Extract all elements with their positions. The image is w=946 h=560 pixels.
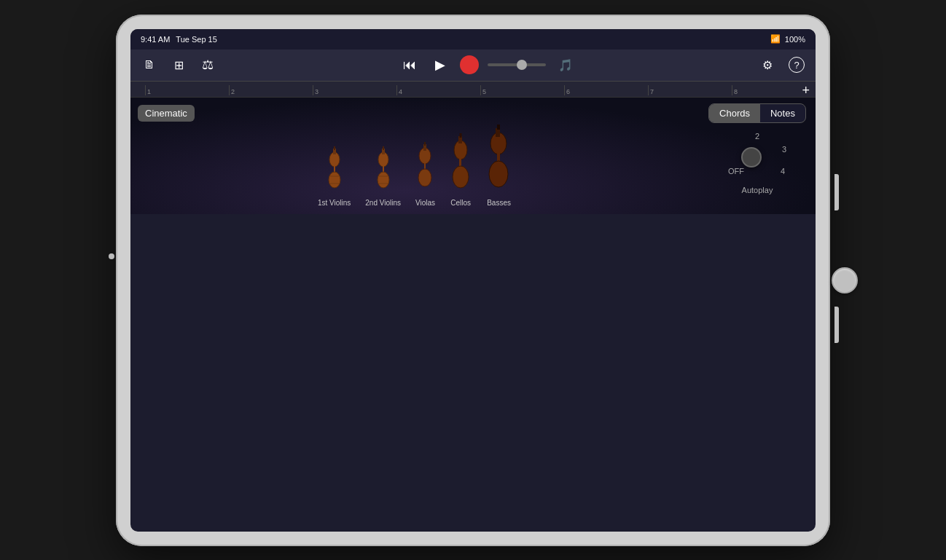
mixer-button[interactable]: ⚖ <box>196 53 219 76</box>
svg-point-21 <box>453 166 469 188</box>
instrument-area: Cinematic <box>130 98 816 214</box>
instrument-violas[interactable]: Violas <box>415 138 435 207</box>
ruler-mark-2: 2 <box>229 85 313 95</box>
instrument-2nd-label: 2nd Violins <box>365 199 401 207</box>
autoplay-section: 2 3 4 OFF Autoplay <box>728 132 786 194</box>
violin-2nd-image <box>375 138 391 196</box>
side-button[interactable] <box>109 253 114 259</box>
metronome-button[interactable]: 🎵 <box>555 54 576 76</box>
help-button[interactable]: ? <box>785 53 808 76</box>
instrument-basses-label: Basses <box>487 199 511 207</box>
autoplay-knob-container: 2 3 4 OFF <box>728 132 786 183</box>
svg-rect-4 <box>334 146 335 150</box>
volume-down-button[interactable] <box>834 307 839 343</box>
volume-slider[interactable] <box>488 63 546 66</box>
svg-point-2 <box>329 172 340 188</box>
ruler-mark-3: 3 <box>313 85 396 95</box>
transport-controls: ⏮ ▶ 🎵 <box>225 54 750 76</box>
date-display: Tue Sep 15 <box>176 35 216 44</box>
instruments-row: 1st Violins <box>130 98 699 214</box>
toolbar-right: ⚙ ? <box>756 53 808 76</box>
viola-svg <box>416 141 434 196</box>
instrument-cellos-label: Cellos <box>450 199 471 207</box>
viola-image <box>416 138 434 196</box>
timeline-ruler: 1 2 3 4 5 6 7 8 + <box>130 82 816 98</box>
ruler-mark-7: 7 <box>648 85 732 95</box>
chords-notes-toggle: Chords Notes <box>708 103 806 123</box>
settings-button[interactable]: ⚙ <box>756 53 779 76</box>
help-icon: ? <box>789 57 805 73</box>
ruler-mark-5: 5 <box>480 85 564 95</box>
battery-display: 100% <box>785 35 805 44</box>
record-button[interactable] <box>460 55 479 74</box>
violin-1st-image <box>327 138 343 196</box>
new-song-button[interactable]: 🗎 <box>138 53 161 76</box>
time-display: 9:41 AM <box>141 35 170 44</box>
view-button[interactable]: ⊞ <box>167 53 190 76</box>
ipad-screen: 9:41 AM Tue Sep 15 📶 100% 🗎 ⊞ ⚖ ⏮ <box>130 29 816 532</box>
instrument-violas-label: Violas <box>415 199 435 207</box>
svg-point-26 <box>489 161 508 187</box>
main-content: Cinematic <box>130 98 816 532</box>
autoplay-off-label: OFF <box>728 167 744 176</box>
add-track-button[interactable]: + <box>802 84 810 97</box>
play-button[interactable]: ▶ <box>429 54 451 76</box>
instrument-basses[interactable]: Basses <box>486 138 512 207</box>
instrument-2nd-violins[interactable]: 2nd Violins <box>365 138 401 207</box>
notes-tab[interactable]: Notes <box>760 104 805 122</box>
bass-svg <box>486 123 512 196</box>
violin-2nd-svg <box>375 145 391 196</box>
svg-rect-28 <box>497 125 500 130</box>
instrument-1st-violins[interactable]: 1st Violins <box>318 138 351 207</box>
instrument-cellos[interactable]: Cellos <box>450 138 472 207</box>
ruler-mark-6: 6 <box>564 85 648 95</box>
autoplay-text-label: Autoplay <box>742 186 773 194</box>
rewind-icon: ⏮ <box>403 58 416 73</box>
ruler-marks: 1 2 3 4 5 6 7 8 <box>145 85 816 95</box>
ruler-mark-1: 1 <box>145 85 229 95</box>
metronome-icon: 🎵 <box>558 58 573 72</box>
rewind-button[interactable]: ⏮ <box>399 54 421 76</box>
chords-tab[interactable]: Chords <box>709 104 760 122</box>
document-icon: 🗎 <box>144 58 155 71</box>
toolbar: 🗎 ⊞ ⚖ ⏮ ▶ 🎵 <box>130 50 816 82</box>
ipad-device: 9:41 AM Tue Sep 15 📶 100% 🗎 ⊞ ⚖ ⏮ <box>116 15 830 546</box>
violin-1st-svg <box>327 145 343 196</box>
wifi-icon: 📶 <box>770 34 781 44</box>
tracks-icon: ⊞ <box>174 58 184 72</box>
autoplay-num-4: 4 <box>781 167 785 176</box>
svg-point-16 <box>418 169 431 186</box>
svg-point-9 <box>378 172 389 188</box>
status-bar: 9:41 AM Tue Sep 15 📶 100% <box>130 29 816 50</box>
svg-rect-18 <box>424 142 426 146</box>
instrument-1st-label: 1st Violins <box>318 199 351 207</box>
controls-panel: Chords Notes 2 3 4 OFF <box>699 98 816 214</box>
ruler-mark-4: 4 <box>396 85 480 95</box>
play-icon: ▶ <box>435 57 445 73</box>
mixer-icon: ⚖ <box>202 57 214 73</box>
cello-image <box>450 138 472 196</box>
autoplay-num-3: 3 <box>782 145 786 154</box>
gear-icon: ⚙ <box>762 58 773 72</box>
svg-rect-23 <box>460 133 462 138</box>
svg-rect-11 <box>383 146 384 150</box>
home-button[interactable] <box>832 267 858 293</box>
cello-svg <box>450 132 472 196</box>
autoplay-knob[interactable] <box>741 147 762 167</box>
volume-thumb <box>517 60 527 70</box>
volume-up-button[interactable] <box>834 174 839 210</box>
autoplay-num-2: 2 <box>755 132 759 141</box>
preset-label[interactable]: Cinematic <box>138 105 195 122</box>
bass-image <box>486 138 512 196</box>
